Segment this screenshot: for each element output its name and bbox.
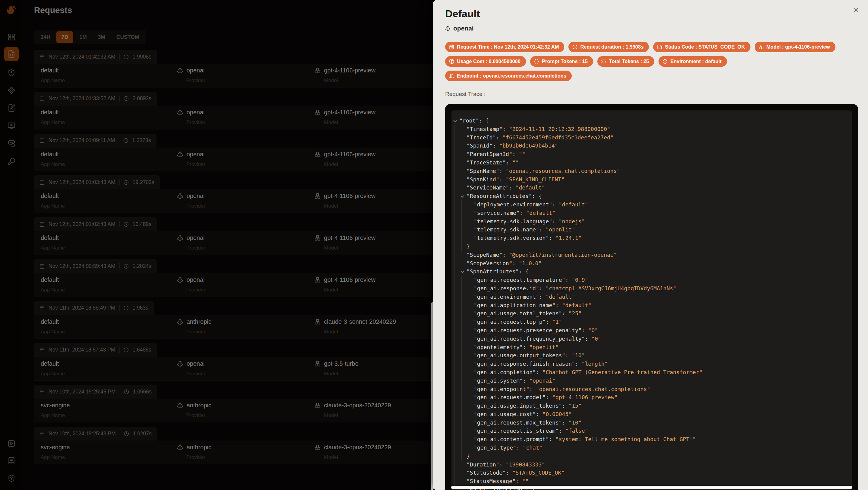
trace-line: "gen_ai.completion": "Chatbot GPT (Gener…	[452, 368, 852, 377]
badge-text: Total Tokens : 25	[609, 59, 649, 64]
trace-line: "gen_ai.request.max_tokens": "10"	[452, 419, 852, 427]
badge-container: Request Time : Nov 12th, 2024 01:42:32 A…	[445, 41, 861, 81]
modal-overlay[interactable]	[0, 0, 433, 490]
provider-row: openai	[445, 25, 474, 32]
trace-line: "gen_ai.request.presence_penalty": "0"	[452, 326, 852, 335]
trace-line: "telemetry.sdk.version": "1.24.1"	[452, 234, 852, 242]
detail-badge: Request Time : Nov 12th, 2024 01:42:32 A…	[445, 41, 564, 52]
trace-line: "gen_ai.application_name": "default"	[452, 301, 852, 310]
trace-line: "ServiceName": "default"	[452, 183, 852, 192]
trace-line: "StatusCode": "STATUS_CODE_OK"	[452, 468, 852, 477]
status-icon	[657, 45, 662, 50]
trace-line: "telemetry.sdk.name": "openlit"	[452, 225, 852, 234]
badge-text: Endpoint : openai.resources.chat.complet…	[457, 73, 566, 79]
collapse-chevron-icon[interactable]	[453, 119, 457, 122]
detail-badge: Environment : default	[658, 56, 727, 67]
trace-line: }	[452, 242, 852, 251]
trace-line: "gen_ai.usage.cost": "0.00045"	[452, 410, 852, 419]
trace-line: "gen_ai.type": "chat"	[452, 443, 852, 452]
indent-guide	[461, 276, 462, 460]
badge-text: Model : gpt-4-1106-preview	[767, 44, 830, 50]
trace-line: "gen_ai.request.model": "gpt-4-1106-prev…	[452, 393, 852, 402]
sheet-title: Default	[445, 8, 480, 20]
trace-line: "gen_ai.environment": "default"	[452, 293, 852, 301]
trace-line: "gen_ai.request.frequency_penalty": "0"	[452, 335, 852, 343]
braces-icon	[534, 59, 539, 64]
detail-badge: Status Code : STATUS_CODE_OK	[653, 41, 750, 52]
trace-line: "SpanName": "openai.resources.chat.compl…	[452, 167, 852, 175]
detail-badge: Prompt Tokens : 15	[530, 56, 593, 67]
trace-line: "gen_ai.usage.total_tokens": "25"	[452, 309, 852, 318]
trace-label: Request Trace :	[445, 91, 486, 97]
indent-guide	[454, 125, 455, 490]
trace-line: "StatusMessage": ""	[452, 477, 852, 486]
trace-line: "SpanId": "bb91b0de649b4b14"	[452, 142, 852, 150]
calendar-icon	[449, 45, 454, 50]
trace-line: "gen_ai.system": "openai"	[452, 377, 852, 385]
trace-line: "gen_ai.content.prompt": "system: Tell m…	[452, 435, 852, 443]
badge-text: Status Code : STATUS_CODE_OK	[665, 44, 745, 50]
badge-row: Usage Cost : 0.0004500000Prompt Tokens :…	[445, 56, 861, 67]
trace-line: "opentelemetry": "openlit"	[452, 343, 852, 351]
dollar-icon	[449, 59, 454, 64]
detail-badge: Request duration : 1.9908s	[568, 41, 649, 52]
trace-line: "ResourceAttributes": {	[452, 192, 852, 200]
trace-line: "gen_ai.response.finish_reason": "length…	[452, 359, 852, 368]
detail-badge: Usage Cost : 0.0004500000	[445, 56, 526, 67]
trace-line: "TraceId": "f6674452e459f6edfd35c3deefea…	[452, 133, 852, 142]
door-icon	[449, 73, 454, 79]
trace-line: "ParentSpanId": ""	[452, 150, 852, 158]
trace-line: "gen_ai.endpoint": "openai.resources.cha…	[452, 385, 852, 394]
detail-badge: Total Tokens : 25	[597, 56, 654, 67]
trace-horizontal-scrollbar[interactable]	[451, 486, 852, 489]
badge-row: Request Time : Nov 12th, 2024 01:42:32 A…	[445, 41, 861, 52]
request-detail-sheet: Default openai Request Time : Nov 12th, …	[433, 0, 868, 490]
trace-json: "root": {"Timestamp": "2024-11-11 20:12:…	[452, 110, 852, 490]
trace-line: }	[452, 452, 852, 460]
clock-icon	[572, 45, 578, 50]
collapse-chevron-icon[interactable]	[461, 270, 464, 273]
pyramid-icon	[445, 26, 451, 31]
detail-badge: Model : gpt-4-1106-preview	[755, 41, 835, 52]
trace-line: "SpanAttributes": {	[452, 267, 852, 276]
provider-name: openai	[453, 25, 474, 32]
collapse-chevron-icon[interactable]	[461, 194, 464, 198]
trace-line: "TraceState": ""	[452, 158, 852, 167]
trace-line: "service.name": "default"	[452, 209, 852, 217]
trace-viewer: "root": {"Timestamp": "2024-11-11 20:12:…	[445, 104, 858, 490]
close-icon[interactable]	[853, 7, 861, 15]
badge-text: Environment : default	[670, 59, 721, 64]
boxes-icon	[758, 45, 764, 50]
trace-line: "gen_ai.request.top_p": "1"	[452, 318, 852, 326]
trace-line: "gen_ai.usage.input_tokens": "15"	[452, 402, 852, 410]
badge-text: Prompt Tokens : 15	[542, 59, 588, 64]
badge-text: Request Time : Nov 12th, 2024 01:42:32 A…	[457, 44, 559, 50]
package-icon	[662, 59, 668, 64]
badge-text: Usage Cost : 0.0004500000	[457, 59, 521, 64]
trace-line: "ScopeName": "@openlit/instrumentation-o…	[452, 251, 852, 259]
trace-line: "root": {	[452, 116, 852, 125]
trace-line: "ScopeVersion": "1.0.0"	[452, 259, 852, 268]
trace-line: "SpanKind": "SPAN_KIND_CLIENT"	[452, 175, 852, 184]
trace-line: "gen_ai.usage.output_tokens": "10"	[452, 351, 852, 359]
trace-line: "Timestamp": "2024-11-11 20:12:32.988000…	[452, 125, 852, 133]
trace-line: "Duration": "1990843333"	[452, 460, 852, 469]
openlit-app: Requests 24H7D1M3MCUSTOM Nov 12th, 2024 …	[0, 0, 868, 490]
trace-line: "telemetry.sdk.language": "nodejs"	[452, 217, 852, 226]
trace-line: "gen_ai.request.temperature": "0.9"	[452, 276, 852, 284]
detail-badge: Endpoint : openai.resources.chat.complet…	[445, 70, 572, 81]
badge-text: Request duration : 1.9908s	[580, 44, 644, 50]
trace-line: "deployment.environment": "default"	[452, 200, 852, 209]
badge-row: Endpoint : openai.resources.chat.complet…	[445, 70, 861, 81]
ticket-icon	[601, 59, 607, 64]
trace-line: "gen_ai.response.id": "chatcmpl-ASV3xrgC…	[452, 284, 852, 293]
trace-line: "gen_ai.request.is_stream": "false"	[452, 427, 852, 435]
indent-guide	[461, 200, 462, 251]
